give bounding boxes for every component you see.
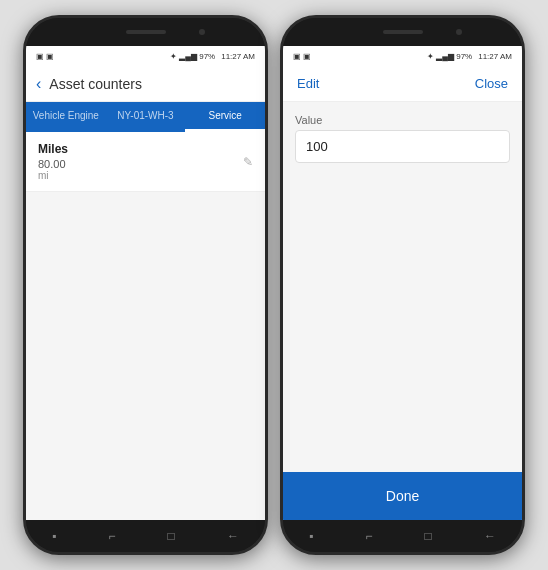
status-right-left: ✦ ▂▄▆ 97% 11:27 AM (170, 52, 255, 61)
status-right-icons: ▣ ▣ (293, 52, 311, 61)
close-button[interactable]: Close (475, 76, 508, 91)
phone-bottom-left: ▪ ⌐ □ ← (26, 520, 265, 552)
miles-value: 80.00 (38, 158, 253, 170)
tab-bar: Vehicle Engine NY-01-WH-3 Service (26, 102, 265, 132)
nav-bar-left: ‹ Asset counters (26, 66, 265, 102)
done-label: Done (386, 488, 419, 504)
tab-ny-01-wh-3[interactable]: NY-01-WH-3 (106, 102, 186, 132)
speaker-left (126, 30, 166, 34)
miles-title: Miles (38, 142, 253, 156)
time-right: 11:27 AM (478, 52, 512, 61)
speaker-right (383, 30, 423, 34)
done-button[interactable]: Done (283, 472, 522, 520)
bottom-square-icon[interactable]: ▪ (52, 529, 56, 543)
content-left: Miles 80.00 mi ✎ (26, 132, 265, 520)
phone-bottom-right: ▪ ⌐ □ ← (283, 520, 522, 552)
screen-right: ▣ ▣ ✦ ▂▄▆ 97% 11:27 AM Edit Close Value … (283, 46, 522, 520)
screen-left: ▣ ▣ ✦ ▂▄▆ 97% 11:27 AM ‹ Asset counters … (26, 46, 265, 520)
bottom-back-icon[interactable]: ← (227, 529, 239, 543)
bottom-home-icon[interactable]: □ (168, 529, 175, 543)
phone-left: ▣ ▣ ✦ ▂▄▆ 97% 11:27 AM ‹ Asset counters … (23, 15, 268, 555)
status-right-right: ✦ ▂▄▆ 97% 11:27 AM (427, 52, 512, 61)
tab-vehicle-engine[interactable]: Vehicle Engine (26, 102, 106, 132)
back-button[interactable]: ‹ (36, 75, 41, 93)
miles-unit: mi (38, 170, 253, 181)
camera-right (456, 29, 462, 35)
tab-service[interactable]: Service (185, 102, 265, 132)
time-left: 11:27 AM (221, 52, 255, 61)
edit-pencil-icon[interactable]: ✎ (243, 155, 253, 169)
phone-top-bar-right (283, 18, 522, 46)
status-bar-right: ▣ ▣ ✦ ▂▄▆ 97% 11:27 AM (283, 46, 522, 66)
signal-time-left: ✦ ▂▄▆ 97% (170, 52, 215, 61)
bottom-recent-icon-r[interactable]: ⌐ (365, 529, 372, 543)
bottom-recent-icon[interactable]: ⌐ (108, 529, 115, 543)
status-left-icons: ▣ ▣ (36, 52, 54, 61)
signal-time-right: ✦ ▂▄▆ 97% (427, 52, 472, 61)
miles-list-item: Miles 80.00 mi ✎ (26, 132, 265, 192)
phone-top-bar-left (26, 18, 265, 46)
value-input[interactable]: 100 (295, 130, 510, 163)
edit-content: Value 100 (283, 102, 522, 472)
bottom-square-icon-r[interactable]: ▪ (309, 529, 313, 543)
edit-label[interactable]: Edit (297, 76, 319, 91)
status-bar-left: ▣ ▣ ✦ ▂▄▆ 97% 11:27 AM (26, 46, 265, 66)
status-icons-left: ▣ ▣ (36, 52, 54, 61)
value-field-label: Value (295, 114, 510, 126)
nav-title-left: Asset counters (49, 76, 142, 92)
phone-right: ▣ ▣ ✦ ▂▄▆ 97% 11:27 AM Edit Close Value … (280, 15, 525, 555)
bottom-back-icon-r[interactable]: ← (484, 529, 496, 543)
status-icons-right: ▣ ▣ (293, 52, 311, 61)
edit-nav-bar: Edit Close (283, 66, 522, 102)
bottom-home-icon-r[interactable]: □ (425, 529, 432, 543)
camera-left (199, 29, 205, 35)
